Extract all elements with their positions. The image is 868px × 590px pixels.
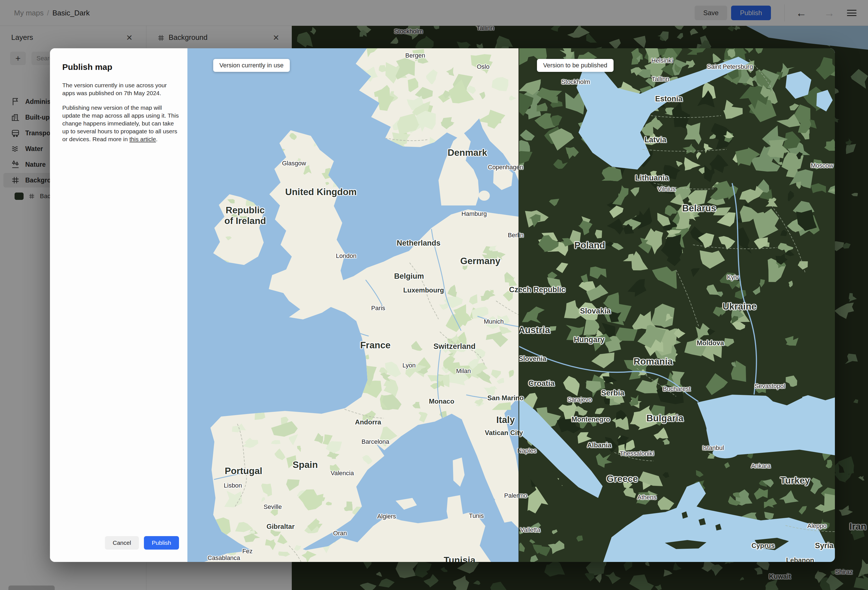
modal-title: Publish map bbox=[62, 62, 179, 72]
this-article-link[interactable]: this article bbox=[129, 136, 156, 142]
new-version-chip: Version to be published bbox=[537, 59, 614, 72]
modal-paragraph-1: The version currently in use across your… bbox=[62, 81, 179, 97]
light-map-canvas[interactable] bbox=[187, 48, 519, 562]
cancel-button[interactable]: Cancel bbox=[105, 536, 139, 550]
modal-paragraph-2: Publishing new version of the map will u… bbox=[62, 104, 179, 143]
confirm-publish-button[interactable]: Publish bbox=[144, 536, 179, 550]
map-editor-app: { "top_bar": { "breadcrumb_root": "My ma… bbox=[0, 0, 868, 590]
publish-modal-panel: Publish map The version currently in use… bbox=[50, 48, 187, 562]
publish-dialog: Publish map The version currently in use… bbox=[50, 48, 835, 562]
dark-map-canvas[interactable] bbox=[519, 48, 835, 562]
current-version-chip: Version currently in use bbox=[213, 59, 290, 72]
version-compare-maps[interactable]: BergenOsloGlasgowUnited KingdomRepublic … bbox=[187, 48, 835, 562]
compare-divider-handle[interactable] bbox=[518, 48, 519, 562]
